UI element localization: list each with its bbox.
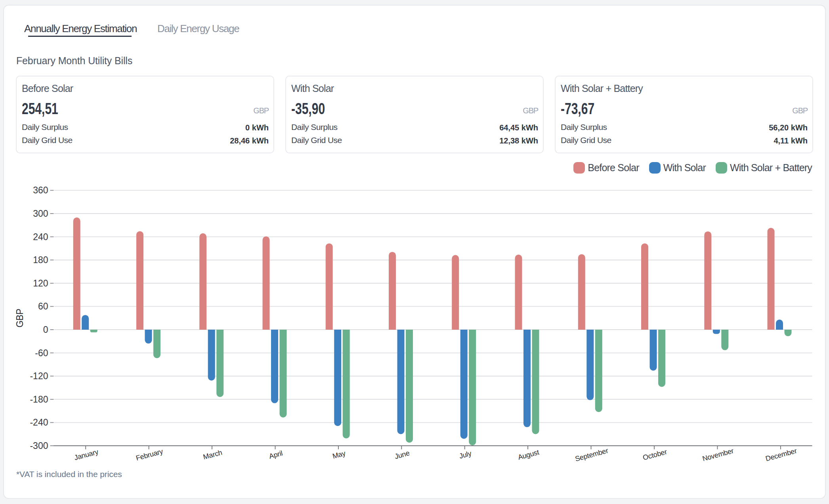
svg-text:300: 300 bbox=[33, 208, 48, 219]
svg-text:GBP: GBP bbox=[15, 309, 25, 327]
svg-text:-180: -180 bbox=[30, 394, 48, 405]
svg-text:-120: -120 bbox=[30, 371, 48, 381]
svg-text:0: 0 bbox=[43, 325, 48, 335]
svg-text:July: July bbox=[458, 449, 472, 460]
svg-text:November: November bbox=[701, 447, 734, 463]
svg-text:April: April bbox=[268, 449, 284, 460]
svg-text:June: June bbox=[394, 449, 411, 460]
svg-text:October: October bbox=[642, 448, 668, 462]
svg-text:May: May bbox=[332, 449, 346, 460]
svg-text:120: 120 bbox=[33, 278, 48, 288]
svg-text:August: August bbox=[517, 448, 540, 461]
svg-text:March: March bbox=[202, 449, 223, 461]
svg-text:-300: -300 bbox=[30, 441, 48, 451]
svg-text:-60: -60 bbox=[35, 348, 48, 358]
svg-text:January: January bbox=[73, 448, 99, 462]
svg-text:360: 360 bbox=[33, 185, 48, 195]
svg-text:180: 180 bbox=[33, 255, 48, 265]
svg-text:60: 60 bbox=[38, 301, 48, 311]
svg-text:-240: -240 bbox=[30, 417, 48, 428]
svg-text:February: February bbox=[135, 447, 164, 462]
svg-text:December: December bbox=[765, 447, 798, 463]
svg-text:240: 240 bbox=[33, 232, 48, 242]
svg-text:September: September bbox=[574, 447, 609, 463]
